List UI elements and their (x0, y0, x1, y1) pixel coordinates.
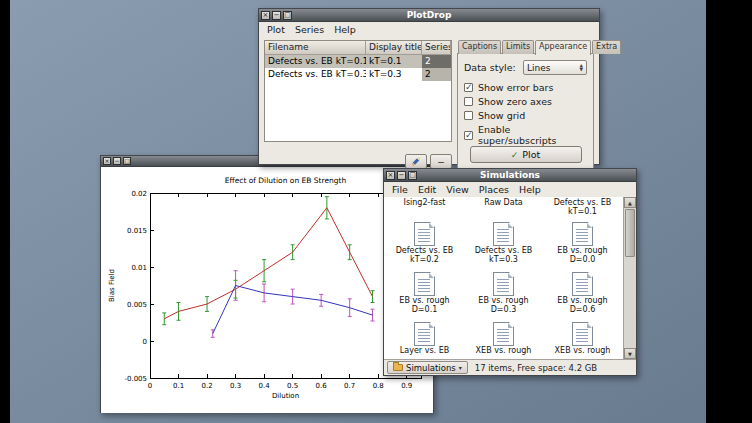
menu-item-series[interactable]: Series (290, 23, 329, 36)
scrollbar-thumb[interactable] (625, 209, 635, 257)
text-file-icon (493, 222, 514, 246)
combo-arrows-icon: ▲ ▼ (580, 64, 583, 71)
window-close-button[interactable]: × (261, 11, 270, 20)
text-file-lines (576, 277, 588, 292)
window-close-button[interactable]: × (103, 157, 111, 165)
menu-item-file[interactable]: File (387, 183, 413, 196)
settings-tabs: CaptionsLimitsAppearanceExtra (457, 40, 594, 54)
file-item[interactable]: XEB vs. rough (543, 322, 622, 356)
tab-appearance[interactable]: Appearance (535, 40, 591, 55)
location-dropdown[interactable]: Simulations ▾ (387, 361, 468, 374)
checkbox-label: Enable super/subscripts (478, 124, 587, 146)
column-header-series[interactable]: Series (422, 41, 451, 54)
checkbox-row[interactable]: Show grid (464, 110, 587, 121)
file-label: Layer vs. EB (400, 347, 449, 356)
file-item[interactable]: EB vs. roughD=0.3 (464, 272, 543, 314)
checkbox-label: Show error bars (478, 82, 553, 93)
file-row: EB vs. roughD=0.1EB vs. roughD=0.3EB vs.… (385, 272, 623, 314)
column-header-display-title[interactable]: Display title (366, 41, 422, 54)
file-item[interactable]: EB vs. roughD=0.1 (385, 272, 464, 314)
simulations-window: ×−□ Simulations FileEditViewPlacesHelp I… (383, 168, 637, 376)
edit-file-button[interactable] (405, 154, 427, 169)
minimize-icon: − (398, 172, 405, 179)
tab-extra[interactable]: Extra (592, 40, 621, 54)
plot-button-row: ✓ Plot (464, 146, 587, 164)
status-info: 17 items, Free space: 4.2 GB (475, 363, 597, 373)
plot-button[interactable]: ✓ Plot (470, 146, 582, 163)
maximize-icon: □ (124, 158, 130, 164)
maximize-icon: □ (284, 12, 291, 19)
svg-text:0: 0 (143, 338, 147, 346)
file-label: Ising2-fast (404, 199, 446, 208)
window-minimize-button[interactable]: − (272, 11, 281, 20)
menu-item-edit[interactable]: Edit (413, 183, 441, 196)
text-file-icon (414, 322, 435, 346)
file-item[interactable]: Defects vs. EBkT=0.1 (543, 199, 622, 216)
checkbox-row[interactable]: Show error bars (464, 82, 587, 93)
window-maximize-button[interactable]: □ (408, 171, 417, 180)
table-row[interactable]: Defects vs. EB kT=0.1kT=0.12 (265, 55, 451, 68)
window-minimize-button[interactable]: − (397, 171, 406, 180)
check-icon: ✓ (511, 150, 519, 160)
menu-item-places[interactable]: Places (474, 183, 514, 196)
svg-text:-0.005: -0.005 (124, 375, 147, 383)
scroll-up-button[interactable]: ▲ (624, 197, 636, 208)
plotdrop-body: FilenameDisplay titleSeries Defects vs. … (259, 37, 599, 174)
svg-text:0.9: 0.9 (401, 382, 412, 390)
file-list-actions: − (264, 151, 452, 169)
checkbox-label: Show grid (478, 110, 525, 121)
svg-text:0.2: 0.2 (201, 382, 212, 390)
tab-limits[interactable]: Limits (502, 40, 534, 54)
svg-text:0: 0 (148, 382, 152, 390)
dropdown-arrow-icon: ▾ (459, 364, 462, 371)
settings-pane: CaptionsLimitsAppearanceExtra Data style… (457, 40, 594, 169)
scroll-down-button[interactable]: ▼ (624, 348, 636, 359)
menu-item-plot[interactable]: Plot (262, 23, 290, 36)
text-file-lines (418, 227, 430, 242)
data-style-row: Data style: Lines ▲ ▼ (464, 60, 587, 75)
plotdrop-titlebar[interactable]: ×−□ PlotDrop (259, 9, 599, 22)
simulations-titlebar[interactable]: ×−□ Simulations (384, 169, 636, 182)
svg-text:Effect of Dilution on EB Stren: Effect of Dilution on EB Strength (225, 176, 347, 185)
window-maximize-button[interactable]: □ (283, 11, 292, 20)
checkbox[interactable] (464, 111, 473, 120)
file-list-rows: Defects vs. EB kT=0.1kT=0.12Defects vs. … (265, 55, 451, 81)
checkbox[interactable] (464, 83, 473, 92)
file-item[interactable]: Defects vs. EBkT=0.3 (464, 222, 543, 264)
data-style-select[interactable]: Lines ▲ ▼ (523, 60, 587, 75)
file-grid: Ising2-fastRaw DataDefects vs. EBkT=0.1D… (385, 197, 623, 359)
window-maximize-button[interactable]: □ (123, 157, 131, 165)
vertical-scrollbar[interactable]: ▲ ▼ (623, 197, 636, 359)
window-close-button[interactable]: × (386, 171, 395, 180)
table-row[interactable]: Defects vs. EB kT=0.3kT=0.32 (265, 68, 451, 81)
checkbox[interactable] (464, 97, 473, 106)
file-item[interactable]: Defects vs. EBkT=0.2 (385, 222, 464, 264)
file-item[interactable]: EB vs. roughD=0.0 (543, 222, 622, 264)
file-item[interactable]: XEB vs. rough (464, 322, 543, 356)
menu-item-help[interactable]: Help (329, 23, 361, 36)
menu-item-help[interactable]: Help (514, 183, 546, 196)
cell-display-title: kT=0.3 (366, 68, 422, 81)
text-file-icon (493, 322, 514, 346)
column-header-filename[interactable]: Filename (265, 41, 366, 54)
text-file-lines (497, 327, 509, 342)
minimize-icon: − (114, 158, 120, 164)
file-list: FilenameDisplay titleSeries Defects vs. … (264, 40, 452, 142)
remove-file-button[interactable]: − (430, 154, 452, 169)
window-minimize-button[interactable]: − (113, 157, 121, 165)
menu-item-view[interactable]: View (441, 183, 474, 196)
file-label: EB vs. roughD=0.3 (478, 297, 528, 314)
tab-captions[interactable]: Captions (458, 40, 501, 54)
file-item[interactable]: Ising2-fast (385, 199, 464, 216)
plotdrop-window: ×−□ PlotDrop PlotSeriesHelp FilenameDisp… (258, 8, 600, 165)
file-row: Defects vs. EBkT=0.2Defects vs. EBkT=0.3… (385, 222, 623, 264)
simulations-content: Ising2-fastRaw DataDefects vs. EBkT=0.1D… (384, 197, 636, 375)
window-title: Simulations (384, 169, 636, 181)
checkbox[interactable] (464, 131, 473, 140)
plot-button-label: Plot (522, 149, 540, 160)
checkbox-row[interactable]: Enable super/subscripts (464, 124, 587, 146)
checkbox-row[interactable]: Show zero axes (464, 96, 587, 107)
file-item[interactable]: EB vs. roughD=0.6 (543, 272, 622, 314)
file-item[interactable]: Raw Data (464, 199, 543, 216)
file-item[interactable]: Layer vs. EB (385, 322, 464, 356)
